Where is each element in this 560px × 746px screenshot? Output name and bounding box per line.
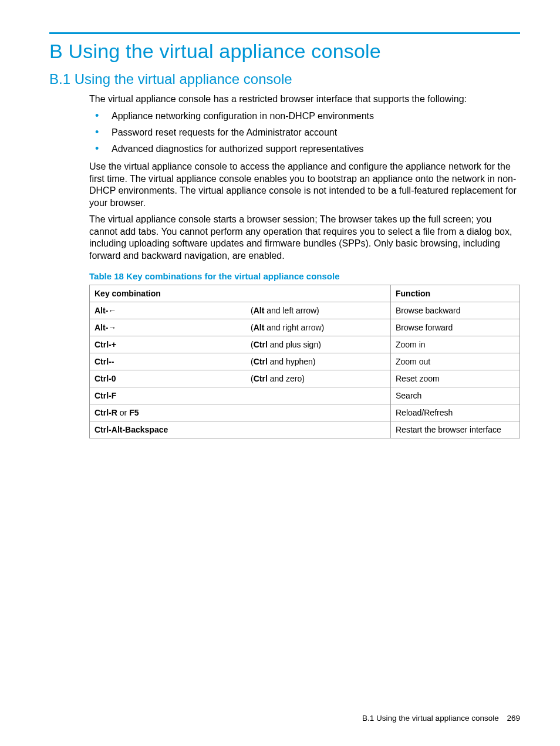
table-row: Alt-←(Alt and left arrow)Browse backward [90,302,520,319]
key-combo-cell: Alt-← [90,302,247,319]
table-header-row: Key combination Function [90,285,520,302]
key-hint-cell: (Ctrl and hyphen) [246,353,391,370]
function-cell: Reset zoom [391,370,520,387]
table-row: Ctrl--(Ctrl and hyphen)Zoom out [90,353,520,370]
key-combo-cell: Ctrl-Alt-Backspace [90,421,247,438]
bullet-item: Appliance networking configuration in no… [89,110,520,123]
feature-bullets: Appliance networking configuration in no… [89,110,520,155]
key-combination-table: Key combination Function Alt-←(Alt and l… [89,285,520,438]
header-key-hint [246,285,391,302]
function-cell: Zoom out [391,353,520,370]
table-row: Ctrl-0(Ctrl and zero)Reset zoom [90,370,520,387]
table-row: Ctrl-FSearch [90,387,520,404]
intro-paragraph: The virtual appliance console has a rest… [89,93,520,105]
paragraph-limits: The virtual appliance console starts a b… [89,214,520,262]
key-hint-cell: (Ctrl and zero) [246,370,391,387]
table-body: Alt-←(Alt and left arrow)Browse backward… [90,302,520,438]
table-row: Ctrl-+(Ctrl and plus sign)Zoom in [90,336,520,353]
table-row: Ctrl-R or F5Reload/Refresh [90,404,520,421]
header-key-combination: Key combination [90,285,247,302]
section-title: B.1 Using the virtual appliance console [49,71,520,87]
bullet-item: Advanced diagnostics for authorized supp… [89,143,520,156]
body-block: The virtual appliance console has a rest… [89,93,520,438]
paragraph-usage: Use the virtual appliance console to acc… [89,161,520,209]
function-cell: Reload/Refresh [391,404,520,421]
key-hint-cell [246,404,391,421]
key-hint-cell [246,387,391,404]
key-combo-cell: Alt-→ [90,319,247,336]
footer-page-number: 269 [507,714,520,723]
key-combo-cell: Ctrl-F [90,387,247,404]
table-row: Ctrl-Alt-BackspaceRestart the browser in… [90,421,520,438]
key-combo-cell: Ctrl-R or F5 [90,404,247,421]
key-hint-cell [246,421,391,438]
header-function: Function [391,285,520,302]
key-hint-cell: (Ctrl and plus sign) [246,336,391,353]
top-rule [49,32,520,34]
function-cell: Browse backward [391,302,520,319]
key-combo-cell: Ctrl-- [90,353,247,370]
table-row: Alt-→(Alt and right arrow)Browse forward [90,319,520,336]
key-hint-cell: (Alt and left arrow) [246,302,391,319]
footer-section: B.1 Using the virtual appliance console [362,714,499,723]
function-cell: Restart the browser interface [391,421,520,438]
table-caption: Table 18 Key combinations for the virtua… [89,271,520,281]
page-footer: B.1 Using the virtual appliance console … [362,714,520,723]
key-combo-cell: Ctrl-+ [90,336,247,353]
document-page: B Using the virtual appliance console B.… [0,0,560,746]
function-cell: Search [391,387,520,404]
key-combo-cell: Ctrl-0 [90,370,247,387]
function-cell: Zoom in [391,336,520,353]
appendix-title: B Using the virtual appliance console [49,40,520,63]
function-cell: Browse forward [391,319,520,336]
bullet-item: Password reset requests for the Administ… [89,126,520,139]
key-hint-cell: (Alt and right arrow) [246,319,391,336]
